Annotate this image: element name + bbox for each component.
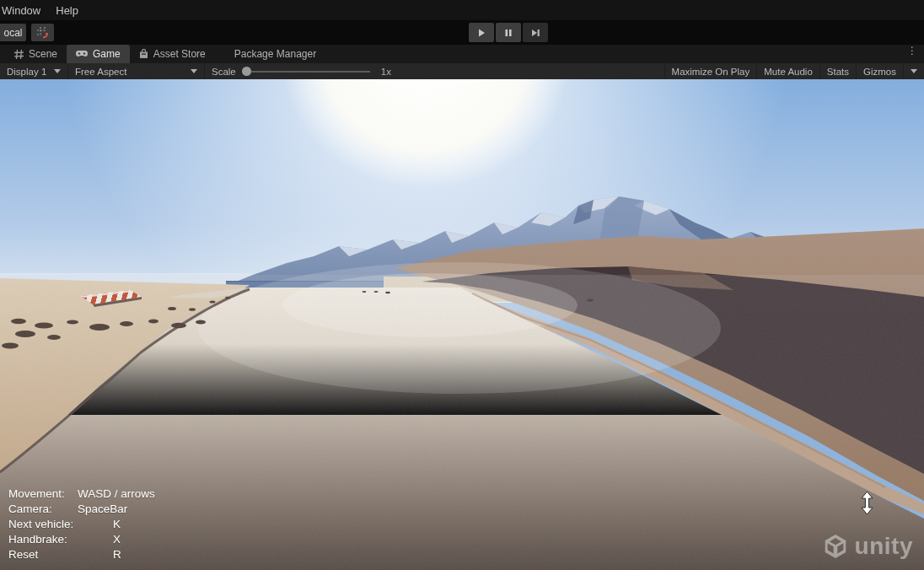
scale-label: Scale xyxy=(212,67,236,77)
unity-watermark: unity xyxy=(822,533,913,560)
view-tabs: Scene Game Asset Store Package Manager ⋮ xyxy=(0,45,924,63)
aspect-dropdown[interactable]: Free Aspect xyxy=(67,63,204,79)
tab-asset-store[interactable]: Asset Store xyxy=(130,45,215,63)
scale-value: 1x xyxy=(381,67,391,77)
gizmos-dropdown-arrow[interactable] xyxy=(903,63,924,79)
hud-line-next-vehicle: Next vehicle: K xyxy=(8,517,155,532)
display-dropdown-label: Display 1 xyxy=(7,67,46,77)
play-icon xyxy=(476,28,486,38)
chevron-down-icon xyxy=(54,69,61,73)
mute-audio-button[interactable]: Mute Audio xyxy=(756,63,819,79)
pivot-local-button[interactable]: ocal xyxy=(0,24,26,41)
hud-line-camera: Camera: SpaceBar xyxy=(8,502,155,517)
scale-control: Scale 1x xyxy=(204,63,398,79)
tab-game[interactable]: Game xyxy=(67,45,130,63)
chevron-down-icon xyxy=(191,69,197,73)
step-button[interactable] xyxy=(523,23,548,42)
playmode-controls xyxy=(469,23,548,42)
menu-bar: Window Help xyxy=(0,0,924,20)
scene-grid-icon xyxy=(14,50,24,59)
game-view-toolbar: Display 1 Free Aspect Scale 1x Maximize … xyxy=(0,63,924,79)
unity-logo-icon xyxy=(822,533,849,560)
display-dropdown[interactable]: Display 1 xyxy=(0,63,67,79)
game-view-right-buttons: Maximize On Play Mute Audio Stats Gizmos xyxy=(664,63,924,79)
aspect-dropdown-label: Free Aspect xyxy=(75,67,126,77)
hud-line-movement: Movement: WASD / arrows xyxy=(8,487,155,502)
chevron-down-icon xyxy=(911,69,917,73)
pause-button[interactable] xyxy=(496,23,521,42)
pause-icon xyxy=(503,28,513,38)
maximize-on-play-button[interactable]: Maximize On Play xyxy=(664,63,757,79)
tab-asset-store-label: Asset Store xyxy=(153,48,206,60)
hud-line-reset: Reset R xyxy=(8,547,155,562)
gamepad-icon xyxy=(76,50,88,58)
tab-package-manager-label: Package Manager xyxy=(234,48,316,60)
scale-slider-track[interactable] xyxy=(250,71,370,73)
menu-help[interactable]: Help xyxy=(54,4,80,17)
hud-line-handbrake: Handbrake: X xyxy=(8,532,155,547)
controls-hud: Movement: WASD / arrows Camera: SpaceBar… xyxy=(8,487,155,562)
resize-vertical-cursor-icon xyxy=(860,491,874,515)
step-icon xyxy=(530,28,541,38)
menu-window[interactable]: Window xyxy=(0,4,42,17)
game-viewport[interactable]: Movement: WASD / arrows Camera: SpaceBar… xyxy=(0,79,924,570)
play-button[interactable] xyxy=(469,23,494,42)
grid-snap-button[interactable] xyxy=(31,24,54,41)
tab-scene[interactable]: Scene xyxy=(5,45,67,63)
tab-scene-label: Scene xyxy=(29,48,57,60)
gizmos-button[interactable]: Gizmos xyxy=(856,63,903,79)
scale-slider[interactable] xyxy=(242,63,370,79)
stats-button[interactable]: Stats xyxy=(819,63,856,79)
grid-snap-icon xyxy=(36,26,50,40)
shopping-bag-icon xyxy=(139,49,148,59)
editor-toolbar: ocal xyxy=(0,20,924,45)
tab-game-label: Game xyxy=(93,48,121,60)
scale-slider-thumb[interactable] xyxy=(242,67,251,76)
unity-watermark-text: unity xyxy=(855,533,913,560)
tab-options-kebab-icon[interactable]: ⋮ xyxy=(907,47,917,54)
tab-package-manager[interactable]: Package Manager xyxy=(225,45,325,63)
